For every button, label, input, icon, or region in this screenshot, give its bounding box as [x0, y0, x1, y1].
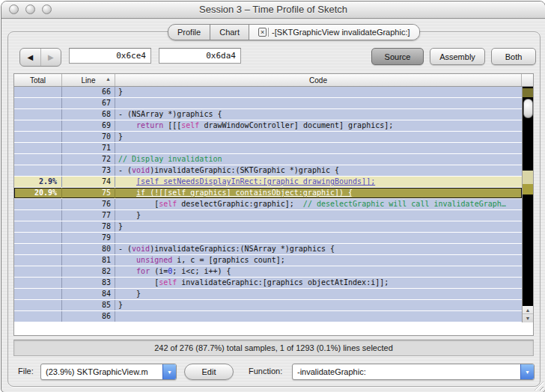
code-row-81[interactable]: 81 unsigned i, c = [graphics count];	[14, 255, 522, 266]
code-row-72[interactable]: 72// Display invalidation	[14, 154, 522, 165]
line-number-cell: 68	[62, 109, 115, 120]
code-row-68[interactable]: 68- (NSArray *)graphics {	[14, 109, 522, 120]
address-field-start[interactable]	[69, 48, 151, 64]
function-popup[interactable]: -invalidateGraphic: ▼	[292, 364, 535, 380]
line-number-cell: 76	[62, 199, 115, 209]
scrollbar-track[interactable]	[523, 87, 533, 306]
tab-profile[interactable]: Profile	[168, 25, 210, 40]
code-row-76[interactable]: 76 [self deselectGraphic:graphic]; // de…	[14, 199, 522, 210]
total-cell	[14, 210, 62, 221]
total-cell: 2.9%	[14, 177, 62, 187]
line-number-cell: 81	[62, 255, 115, 266]
line-number-cell: 72	[62, 154, 115, 165]
forward-icon: ▶	[48, 53, 54, 61]
total-cell	[14, 278, 62, 288]
back-button[interactable]: ◀	[20, 49, 40, 66]
scrollbar-thumb[interactable]	[523, 99, 533, 118]
code-row-66[interactable]: 66}	[14, 87, 522, 98]
total-cell	[14, 165, 62, 176]
edit-button[interactable]: Edit	[184, 364, 234, 380]
code-cell: }	[115, 87, 522, 97]
line-number-cell: 73	[62, 165, 115, 176]
total-cell	[14, 109, 62, 120]
column-header-total[interactable]: Total	[14, 74, 62, 86]
code-row-82[interactable]: 82 for (i=0; i<c; i++) {	[14, 266, 522, 278]
tab-invalidate-graphic[interactable]: × -[SKTGraphicView invalidateGraphic:]	[249, 25, 418, 40]
table-header: Total Line ▲ Code	[14, 74, 533, 87]
tab-bar: Profile Chart × -[SKTGraphicView invalid…	[168, 24, 420, 40]
file-popup[interactable]: (23.9%) SKTGraphicView.m ▼	[40, 364, 177, 380]
tab-invalidate-graphic-label: -[SKTGraphicView invalidateGraphic:]	[272, 28, 409, 37]
code-cell: if (![[self graphics] containsObject:gra…	[115, 188, 522, 198]
code-row-71[interactable]: 71	[14, 143, 522, 154]
code-row-67[interactable]: 67	[14, 98, 522, 109]
total-cell	[14, 244, 62, 254]
code-row-78[interactable]: 78}	[14, 221, 522, 233]
code-row-74[interactable]: 2.9%74 [self setNeedsDisplayInRect:[grap…	[14, 177, 522, 188]
total-cell	[14, 311, 62, 322]
code-cell: // Display invalidation	[115, 154, 522, 165]
line-number-cell: 80	[62, 244, 115, 254]
code-row-80[interactable]: 80- (void)invalidateGraphics:(NSArray *)…	[14, 244, 522, 255]
total-cell	[14, 87, 62, 97]
scrollbar-header-corner	[522, 74, 533, 86]
address-field-end[interactable]	[159, 48, 241, 64]
line-number-cell: 66	[62, 87, 115, 97]
vertical-scrollbar[interactable]: ▲ ▼	[522, 87, 533, 322]
code-row-69[interactable]: 69 return [[[self drawWindowController] …	[14, 120, 522, 132]
code-row-84[interactable]: 84 }	[14, 289, 522, 300]
scroll-up-button[interactable]: ▲	[523, 306, 533, 314]
code-row-75[interactable]: 20.9%75 if (![[self graphics] containsOb…	[14, 188, 522, 199]
tab-chart-label: Chart	[219, 28, 240, 37]
function-popup-value: -invalidateGraphic:	[293, 367, 520, 376]
forward-button[interactable]: ▶	[40, 49, 61, 66]
window-title: Session 3 – Time Profile of Sketch	[1, 4, 545, 15]
tab-chart[interactable]: Chart	[210, 25, 249, 40]
total-cell	[14, 98, 62, 108]
code-cell: for (i=0; i<c; i++) {	[115, 266, 522, 277]
back-icon: ◀	[27, 53, 33, 61]
total-cell	[14, 255, 62, 266]
code-cell	[115, 311, 522, 322]
total-cell	[14, 154, 62, 165]
code-row-77[interactable]: 77 }	[14, 210, 522, 221]
source-button[interactable]: Source	[371, 48, 424, 65]
window-titlebar[interactable]: Session 3 – Time Profile of Sketch	[1, 1, 545, 19]
total-cell	[14, 289, 62, 299]
code-cell: }	[115, 132, 522, 142]
column-header-line[interactable]: Line ▲	[62, 74, 115, 86]
code-row-73[interactable]: 73- (void)invalidateGraphic:(SKTGraphic …	[14, 165, 522, 177]
code-row-83[interactable]: 83 [self invalidateGraphic:[graphics obj…	[14, 278, 522, 289]
column-header-code[interactable]: Code	[115, 74, 522, 86]
sort-ascending-icon: ▲	[106, 76, 111, 82]
code-cell: [self invalidateGraphic:[graphics object…	[115, 278, 522, 288]
assembly-button[interactable]: Assembly	[430, 48, 485, 65]
scrollbar-arrows: ▲ ▼	[523, 306, 533, 322]
line-number-cell: 70	[62, 132, 115, 142]
code-cell: - (void)invalidateGraphic:(SKTGraphic *)…	[115, 165, 522, 176]
code-row-70[interactable]: 70}	[14, 132, 522, 143]
line-number-cell: 86	[62, 311, 115, 322]
file-label: File:	[18, 367, 34, 376]
hot-line-marker	[523, 88, 533, 97]
code-row-85[interactable]: 85}	[14, 300, 522, 311]
code-cell: [self setNeedsDisplayInRect:[graphic dra…	[115, 177, 522, 187]
line-number-cell: 75	[62, 188, 115, 198]
tab-divider	[268, 28, 269, 37]
code-cell: }	[115, 300, 522, 310]
close-tab-icon[interactable]: ×	[258, 28, 267, 37]
both-button[interactable]: Both	[491, 48, 536, 65]
code-cell	[115, 98, 522, 108]
code-table: Total Line ▲ Code 66}6768- (NSArray *)gr…	[13, 73, 534, 336]
line-number-cell: 71	[62, 143, 115, 153]
scroll-down-button[interactable]: ▼	[523, 314, 533, 322]
code-row-79[interactable]: 79	[14, 233, 522, 244]
code-cell: [self deselectGraphic:graphic]; // desel…	[115, 199, 522, 209]
code-row-86[interactable]: 86	[14, 311, 522, 322]
function-label: Function:	[249, 367, 282, 376]
code-cell: }	[115, 221, 522, 232]
line-number-cell: 67	[62, 98, 115, 108]
total-cell: 20.9%	[14, 188, 62, 198]
history-nav-control: ◀ ▶	[19, 48, 61, 67]
line-number-cell: 74	[62, 177, 115, 187]
